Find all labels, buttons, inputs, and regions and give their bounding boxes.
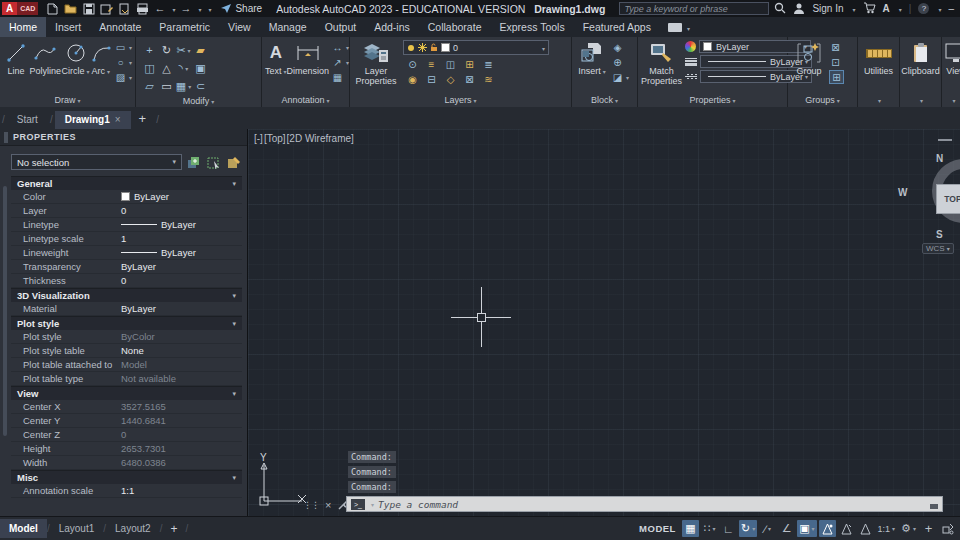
- layer-dropdown[interactable]: 0: [403, 40, 549, 55]
- close-command-icon[interactable]: ×: [325, 499, 331, 511]
- toggle-pickadd-icon[interactable]: [186, 155, 202, 170]
- app-store-icon[interactable]: A: [883, 3, 890, 14]
- qat-customize-icon[interactable]: [206, 3, 211, 14]
- annotation-visibility-toggle[interactable]: [819, 520, 836, 537]
- file-tab-start[interactable]: Start: [7, 111, 48, 129]
- section-misc[interactable]: Misc▾: [11, 470, 242, 484]
- hatch-button[interactable]: ▨: [114, 70, 132, 84]
- tab-output[interactable]: Output: [316, 17, 366, 37]
- trim-icon[interactable]: ✂: [175, 41, 192, 59]
- mirror-icon[interactable]: △: [158, 59, 175, 77]
- selection-dropdown[interactable]: No selection▾: [11, 154, 182, 170]
- object-snap-toggle[interactable]: ▣: [797, 520, 816, 537]
- recent-commands-caret-icon[interactable]: [369, 495, 374, 513]
- tab-parametric[interactable]: Parametric: [150, 17, 219, 37]
- section-view[interactable]: View▾: [11, 386, 242, 400]
- stretch-icon[interactable]: ▱: [141, 77, 158, 95]
- compass-north[interactable]: N: [936, 153, 943, 164]
- layer-thaw-all-icon[interactable]: ⊟: [422, 72, 441, 87]
- snap-toggle[interactable]: ∷: [701, 520, 718, 537]
- command-line[interactable]: >_: [346, 496, 943, 512]
- table-button[interactable]: ▦: [331, 70, 349, 84]
- quick-select-icon[interactable]: [226, 155, 242, 170]
- minimize-button[interactable]: –: [948, 3, 954, 14]
- new-layout-button[interactable]: +: [162, 522, 185, 536]
- object-snap-tracking-toggle[interactable]: ∠: [778, 520, 795, 537]
- palette-header[interactable]: PROPERTIES: [0, 129, 247, 146]
- search-input[interactable]: [619, 2, 769, 15]
- tab-collaborate[interactable]: Collaborate: [419, 17, 491, 37]
- layer-freeze-icon[interactable]: ≡: [422, 57, 441, 72]
- compass-south[interactable]: S: [936, 229, 943, 240]
- tab-annotate[interactable]: Annotate: [90, 17, 150, 37]
- tab-express-tools[interactable]: Express Tools: [490, 17, 573, 37]
- new-file-icon[interactable]: [46, 2, 59, 15]
- save-as-icon[interactable]: [100, 2, 113, 15]
- utilities-button[interactable]: Utilities: [861, 40, 896, 76]
- viewcube-home-icon[interactable]: [938, 139, 952, 141]
- rotate-icon[interactable]: ↻: [158, 41, 175, 59]
- tab-addins[interactable]: Add-ins: [365, 17, 419, 37]
- open-folder-icon[interactable]: [64, 2, 77, 15]
- layer-walk-icon[interactable]: ≋: [479, 72, 498, 87]
- edit-block-button[interactable]: ⊕: [611, 55, 629, 69]
- leader-button[interactable]: ↗: [331, 55, 349, 69]
- drawing-canvas[interactable]: [-] [Top] [2D Wireframe] N W S TOP WCS Y: [248, 129, 960, 516]
- panel-label-utilities[interactable]: [858, 94, 899, 107]
- palette-scrollbar[interactable]: [0, 146, 11, 516]
- viewport-visual-style-control[interactable]: [2D Wireframe]: [287, 133, 354, 144]
- grid-toggle[interactable]: ▦: [682, 520, 699, 537]
- section-general[interactable]: General▾: [11, 176, 242, 190]
- command-resize-grip[interactable]: [930, 504, 938, 509]
- transfer-icon[interactable]: [118, 2, 131, 15]
- tab-home[interactable]: Home: [0, 17, 46, 37]
- command-grip-icon[interactable]: ⋮⋮: [303, 500, 319, 510]
- move-icon[interactable]: +: [141, 41, 158, 59]
- group-edit-button[interactable]: ⊡: [829, 55, 844, 69]
- tab-featured-apps[interactable]: Featured Apps: [574, 17, 660, 37]
- linear-dimension-button[interactable]: ↔: [331, 40, 349, 54]
- tab-manage[interactable]: Manage: [260, 17, 316, 37]
- polar-tracking-toggle[interactable]: ↻: [739, 520, 757, 537]
- match-properties-button[interactable]: MatchProperties: [641, 40, 682, 86]
- panel-label-groups[interactable]: Groups: [788, 94, 857, 107]
- wcs-dropdown[interactable]: WCS: [922, 243, 954, 254]
- group-button[interactable]: Group: [791, 40, 827, 76]
- customization-gear-icon[interactable]: ⚙: [899, 520, 918, 537]
- save-icon[interactable]: [82, 2, 95, 15]
- view-button[interactable]: View: [945, 40, 960, 76]
- status-plus-icon[interactable]: +: [920, 520, 937, 537]
- command-prompt-icon[interactable]: >_: [351, 499, 365, 510]
- section-plot-style[interactable]: Plot style▾: [11, 316, 242, 330]
- layout2-tab[interactable]: Layout2: [106, 519, 160, 538]
- undo-icon[interactable]: ←: [154, 2, 165, 15]
- panel-label-annotation[interactable]: Annotation: [262, 94, 349, 107]
- select-objects-icon[interactable]: [206, 155, 222, 170]
- layer-on-all-icon[interactable]: ◇: [441, 72, 460, 87]
- app-store-caret-icon[interactable]: [897, 3, 902, 14]
- panel-label-properties[interactable]: Properties: [638, 94, 787, 107]
- layer-unisolate-icon[interactable]: ◉: [403, 72, 422, 87]
- undo-caret-icon[interactable]: [170, 3, 175, 14]
- panel-label-modify[interactable]: Modify: [136, 95, 261, 108]
- dimension-button[interactable]: Dimension: [287, 40, 330, 76]
- ortho-toggle[interactable]: ∟: [720, 520, 737, 537]
- view-cube[interactable]: N W S TOP WCS: [890, 137, 960, 262]
- section-3d-visualization[interactable]: 3D Visualization▾: [11, 288, 242, 302]
- viewport-minimize-control[interactable]: [-]: [254, 133, 263, 144]
- redo-caret-icon[interactable]: [196, 3, 201, 14]
- palette-grip[interactable]: [4, 132, 8, 143]
- panel-label-draw[interactable]: Draw: [0, 94, 135, 107]
- rectangle-button[interactable]: ▭: [114, 40, 132, 54]
- viewcube-top-face[interactable]: TOP: [936, 184, 960, 214]
- annotation-scale-value[interactable]: 1:1: [876, 520, 898, 537]
- autocad-logo[interactable]: A CAD: [2, 2, 38, 15]
- isolate-objects-icon[interactable]: [939, 520, 956, 537]
- offset-icon[interactable]: ⊂: [192, 77, 209, 95]
- panel-label-block[interactable]: Block: [572, 94, 637, 107]
- fillet-icon[interactable]: ◝: [175, 59, 192, 77]
- circle-button[interactable]: Circle: [62, 40, 90, 77]
- block-attributes-button[interactable]: ◪: [611, 70, 629, 84]
- share-button[interactable]: Share: [220, 3, 262, 14]
- model-tab[interactable]: Model: [0, 519, 47, 538]
